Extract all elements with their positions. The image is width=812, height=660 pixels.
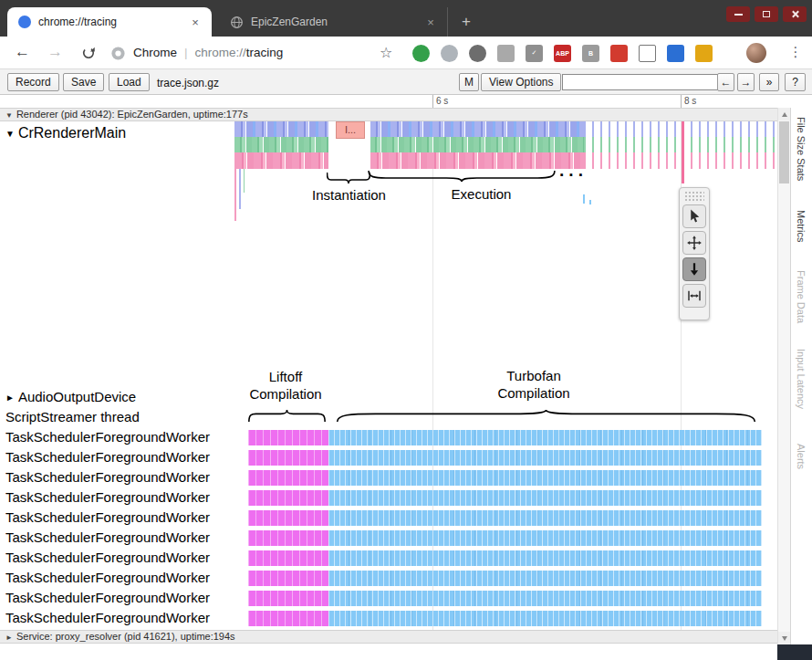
selection-tool-button[interactable] [682, 204, 706, 228]
liftoff-compilation-slice[interactable] [248, 530, 328, 546]
turbofan-compilation-slice[interactable] [328, 430, 762, 445]
titlebar[interactable]: chrome://tracing × EpicZenGarden × + [0, 0, 812, 37]
side-tab-frame-data[interactable]: Frame Data [796, 270, 807, 323]
renderer-process-header[interactable]: ▼Renderer (pid 43042): EpicZenGarden, up… [0, 108, 777, 121]
blue-shield-extension-icon[interactable] [667, 45, 684, 62]
execution-ellipsis: ··· [559, 165, 588, 185]
monitor-extension-icon[interactable] [639, 45, 656, 62]
help-button[interactable]: ? [785, 73, 806, 91]
more-options-button[interactable]: » [759, 73, 779, 91]
liftoff-compilation-slice[interactable] [248, 430, 328, 445]
expand-arrow-icon[interactable]: ▼ [5, 110, 13, 121]
trace-slices-dense[interactable] [370, 121, 584, 169]
turbofan-compilation-slice[interactable] [328, 450, 762, 466]
minimize-button[interactable] [726, 6, 750, 22]
checkmark-extension-icon[interactable]: ✓ [526, 45, 543, 62]
tab-close-icon[interactable]: × [423, 16, 438, 29]
up-arrow-icon [782, 112, 787, 117]
scrollbar-thumb[interactable] [779, 121, 789, 183]
worker-trace-row [0, 550, 777, 566]
clock-extension-icon[interactable] [469, 45, 486, 62]
turbofan-compilation-slice[interactable] [328, 510, 762, 526]
cursor-icon [686, 208, 703, 225]
zoom-tool-button[interactable] [682, 257, 706, 281]
side-tab-file-size-stats[interactable]: File Size Stats [796, 117, 807, 181]
selected-slice[interactable]: I... [336, 121, 365, 139]
side-tab-alerts[interactable]: Alerts [796, 444, 807, 469]
vertical-scrollbar[interactable] [777, 108, 790, 644]
trace-spike [244, 169, 245, 193]
worker-trace-row [0, 530, 777, 546]
collapse-arrow-icon[interactable]: ► [5, 632, 13, 644]
turbofan-compilation-slice[interactable] [328, 550, 762, 566]
liftoff-compilation-slice[interactable] [248, 450, 328, 466]
liftoff-compilation-slice[interactable] [248, 571, 328, 586]
record-button[interactable]: Record [7, 73, 59, 91]
worker-trace-row [0, 591, 777, 606]
find-previous-button[interactable]: ← [717, 73, 734, 91]
browser-menu-icon[interactable]: ⋮ [788, 44, 803, 60]
forward-button[interactable]: → [47, 43, 63, 61]
close-button[interactable] [783, 6, 807, 22]
crrenderermain-track[interactable] [234, 121, 776, 169]
liftoff-compilation-slice[interactable] [248, 591, 328, 606]
liftoff-compilation-slice[interactable] [248, 470, 328, 486]
thread-label-scriptstreamer[interactable]: ScriptStreamer thread [5, 409, 140, 425]
trace-slices-sparse[interactable] [584, 121, 776, 169]
search-input[interactable] [562, 74, 719, 90]
liftoff-compilation-slice[interactable] [248, 510, 328, 526]
b-badge-extension-icon[interactable]: B [582, 45, 599, 62]
pan-tool-button[interactable] [682, 231, 706, 255]
omnibox[interactable]: Chrome | chrome:// tracing [133, 37, 283, 68]
reload-button[interactable] [80, 45, 97, 66]
new-tab-button[interactable]: + [456, 12, 476, 32]
yellow-book-extension-icon[interactable] [695, 45, 713, 62]
scroll-up-button[interactable] [778, 108, 790, 120]
worker-trace-row [0, 571, 777, 586]
timeline-ruler[interactable]: 6 s 8 s [0, 95, 777, 108]
green-circle-extension-icon[interactable] [412, 45, 430, 62]
tab-tracing[interactable]: chrome://tracing × [7, 7, 212, 37]
maximize-button[interactable] [755, 6, 778, 22]
trace-spike [239, 169, 241, 209]
turbofan-compilation-slice[interactable] [328, 571, 762, 586]
profile-avatar[interactable] [746, 43, 766, 63]
ruler-tick: 8 s [681, 95, 682, 108]
metrics-button[interactable]: M [459, 73, 479, 91]
adblock-plus-icon[interactable]: ABP [554, 45, 571, 62]
window-resize-corner [777, 644, 812, 660]
move-icon [686, 235, 703, 251]
tab-epiczengarden[interactable]: EpicZenGarden × [219, 7, 448, 37]
timeline-view: I... Instantiation Execution ··· Liftoff… [0, 121, 777, 630]
load-button[interactable]: Load [109, 73, 150, 91]
collapse-arrow-icon[interactable]: ► [5, 390, 15, 406]
red-square-extension-icon[interactable] [610, 45, 628, 62]
back-button[interactable]: ← [15, 43, 30, 61]
scroll-down-button[interactable] [778, 632, 790, 644]
turbofan-compilation-slice[interactable] [328, 591, 762, 606]
service-process-header[interactable]: ►Service: proxy_resolver (pid 41621), up… [0, 630, 777, 644]
chrome-logo-icon[interactable] [110, 46, 126, 65]
save-button[interactable]: Save [63, 73, 104, 91]
turbofan-compilation-slice[interactable] [328, 611, 762, 626]
liftoff-compilation-slice[interactable] [248, 490, 328, 506]
timing-tool-button[interactable] [682, 284, 706, 308]
palette-drag-handle[interactable] [684, 191, 704, 202]
expand-arrow-icon[interactable]: ▼ [5, 126, 15, 142]
liftoff-compilation-slice[interactable] [248, 611, 328, 626]
turbofan-compilation-slice[interactable] [328, 530, 762, 546]
trace-slices-dense[interactable] [234, 121, 333, 169]
bookmark-star-icon[interactable]: ☆ [380, 44, 392, 61]
ghost-extension-icon[interactable] [441, 45, 458, 62]
view-options-button[interactable]: View Options [481, 73, 561, 91]
find-next-button[interactable]: → [737, 73, 755, 91]
turbofan-compilation-slice[interactable] [328, 470, 762, 486]
turbofan-compilation-slice[interactable] [328, 490, 762, 506]
thread-label-crrenderermain[interactable]: ▼CrRendererMain [5, 125, 126, 141]
gray-box-extension-icon[interactable] [497, 45, 515, 62]
tab-close-icon[interactable]: × [188, 16, 203, 29]
liftoff-compilation-slice[interactable] [248, 550, 328, 566]
side-tab-input-latency[interactable]: Input Latency [796, 349, 807, 409]
side-tab-metrics[interactable]: Metrics [796, 210, 807, 242]
thread-label-audiooutputdevice[interactable]: ►AudioOutputDevice [5, 389, 136, 405]
